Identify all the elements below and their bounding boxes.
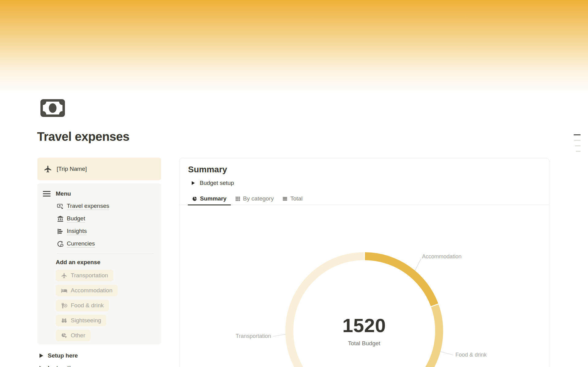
food-drink-button[interactable]: Food & drink	[56, 300, 109, 311]
add-expense-title: Add an expense	[56, 259, 155, 266]
fork-plate-icon	[61, 302, 67, 309]
expense-button-label: Food & drink	[71, 302, 104, 309]
toggle-label: Instructions	[48, 365, 81, 367]
chart-label-food-drink: Food & drink	[455, 352, 487, 358]
menu-item-label: Budget	[67, 215, 85, 223]
pie-chart-icon	[192, 196, 197, 201]
sidebar: [Trip Name] Menu	[37, 158, 161, 367]
triangle-right-icon	[192, 181, 195, 185]
instructions-toggle[interactable]: Instructions	[40, 365, 161, 367]
expense-buttons: Transportation Accommodation	[56, 270, 155, 341]
menu-item-budget[interactable]: Budget	[57, 212, 155, 225]
toggle-label: Setup here	[48, 352, 78, 359]
banknote-icon[interactable]	[40, 99, 65, 117]
currency-exchange-icon	[57, 241, 64, 247]
expense-button-label: Sightseeing	[71, 317, 101, 324]
tab-total[interactable]: Total	[278, 193, 307, 205]
bed-icon	[61, 287, 67, 294]
menu-list: Travel expenses Budget	[57, 200, 155, 250]
menu-title: Menu	[56, 190, 71, 197]
menu-item-travel-expenses[interactable]: Travel expenses	[57, 200, 155, 212]
tab-label: By category	[243, 195, 274, 202]
sightseeing-button[interactable]: Sightseeing	[56, 315, 106, 326]
accommodation-button[interactable]: Accommodation	[56, 285, 118, 296]
page-title: Travel expenses	[37, 130, 130, 144]
money-transfer-icon	[57, 203, 64, 210]
menu-header: Menu	[43, 190, 155, 197]
expense-button-label: Other	[71, 332, 85, 339]
menu-item-label: Currencies	[67, 240, 95, 248]
expense-button-label: Accommodation	[71, 287, 112, 294]
budget-setup-toggle[interactable]: Budget setup	[192, 180, 234, 186]
grid-icon	[235, 196, 240, 201]
chart-label-transportation: Transportation	[214, 333, 271, 339]
donut-segment-transportation[interactable]	[289, 256, 364, 367]
bar-chart-icon	[57, 228, 64, 235]
tab-by-category[interactable]: By category	[231, 193, 278, 205]
toc-line[interactable]	[576, 151, 581, 152]
other-button[interactable]: Other	[56, 330, 91, 341]
trip-name-callout[interactable]: [Trip Name]	[37, 158, 161, 180]
tab-label: Total	[290, 195, 303, 202]
rows-icon	[282, 196, 288, 201]
summary-heading: Summary	[188, 165, 227, 174]
tab-bar: Summary By category	[179, 193, 549, 205]
trip-name-label: [Trip Name]	[57, 166, 87, 172]
bank-icon	[57, 215, 64, 222]
toc-indicator[interactable]	[574, 134, 581, 152]
notion-page: Travel expenses [Trip Name]	[0, 0, 588, 367]
shapes-icon	[61, 332, 67, 339]
tab-summary[interactable]: Summary	[188, 193, 231, 205]
toc-line[interactable]	[574, 134, 581, 135]
hamburger-icon	[43, 191, 51, 197]
leader-line-food-drink	[440, 351, 453, 355]
menu-item-currencies[interactable]: Currencies	[57, 238, 155, 250]
airplane-icon	[44, 165, 52, 173]
transportation-button[interactable]: Transportation	[56, 270, 113, 281]
divider	[57, 253, 154, 254]
toc-line[interactable]	[575, 145, 581, 146]
donut-segment-accommodation[interactable]	[365, 256, 435, 305]
menu-item-label: Travel expenses	[67, 203, 109, 210]
menu-item-label: Insights	[67, 228, 87, 235]
cover-gradient	[0, 0, 588, 97]
chart-center-value: 1520	[318, 314, 410, 336]
airplane-icon	[61, 272, 67, 279]
toc-line[interactable]	[574, 140, 581, 141]
triangle-right-icon	[40, 354, 43, 358]
menu-panel: Menu Travel expenses	[37, 183, 161, 344]
leader-line-accommodation	[415, 259, 421, 271]
expense-button-label: Transportation	[71, 272, 108, 279]
tab-label: Summary	[200, 195, 227, 202]
chart-label-accommodation: Accommodation	[422, 253, 462, 260]
binoculars-icon	[61, 317, 67, 324]
leader-line-transportation	[273, 334, 286, 336]
setup-here-toggle[interactable]: Setup here	[40, 352, 161, 359]
budget-setup-label: Budget setup	[200, 180, 234, 186]
menu-item-insights[interactable]: Insights	[57, 225, 155, 238]
chart-center-label: Total Budget	[318, 340, 410, 347]
